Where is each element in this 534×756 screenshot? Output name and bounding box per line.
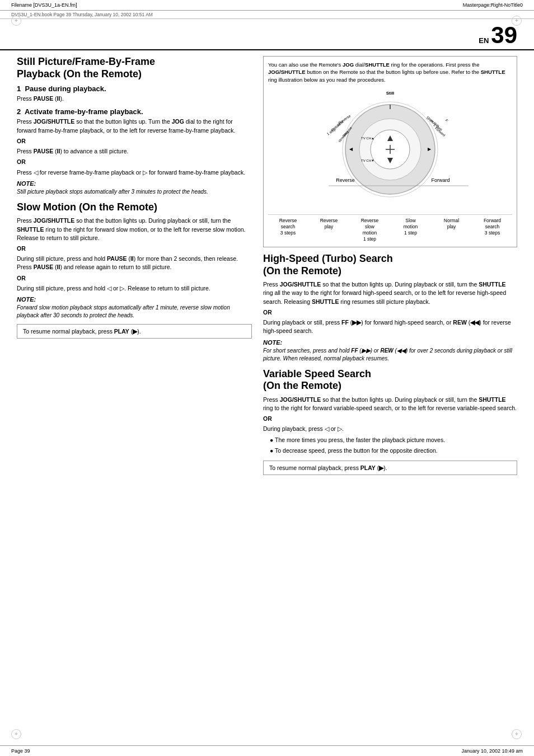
corner-mark-bl: + [11, 729, 22, 740]
label-reverse-search: Reversesearch3 steps [268, 218, 308, 242]
label-reverse-slow-motion: Reverseslowmotion1 step [350, 218, 390, 242]
page-title-area: EN 39 [0, 19, 534, 50]
diagram-box: You can also use the Remote's JOG dial/S… [263, 56, 517, 247]
step1-body: Press PAUSE (II). [17, 95, 252, 103]
corner-mark-tr: + [512, 16, 523, 27]
or-1: OR [17, 137, 252, 145]
svg-text:TV CH▲: TV CH▲ [361, 137, 374, 140]
note3-body: For short searches, press and hold FF (▶… [263, 347, 517, 363]
section4-title: Variable Speed Search(On the Remote) [263, 368, 517, 392]
left-column: Still Picture/Frame-By-FramePlayback (On… [17, 56, 252, 480]
svg-text:Forward: Forward [431, 177, 449, 183]
section-variable-speed: Variable Speed Search(On the Remote) Pre… [263, 368, 517, 476]
step1-title: 1 Pause during playback. [17, 84, 252, 93]
or-2: OR [17, 158, 252, 166]
vs-body1: Press JOG/SHUTTLE so that the button lig… [263, 396, 517, 412]
vs-highlight-box: To resume normal playback, press PLAY (▶… [263, 461, 517, 475]
note2-body: Forward slow motion playback stops autom… [17, 304, 252, 320]
section-still-picture: Still Picture/Frame-By-FramePlayback (On… [17, 56, 252, 196]
shuttle-svg: Still [295, 88, 485, 205]
footer-date: January 10, 2002 10:49 am [461, 748, 523, 754]
label-reverse-play: Reverseplay [309, 218, 349, 242]
vs-bullet1: ● The more times you press, the faster t… [263, 436, 517, 444]
subheader: DVS3U_1-EN.book Page 39 Thursday, Januar… [0, 11, 534, 19]
slow-body2: During still picture, press and hold PAU… [17, 255, 252, 271]
hs-or1: OR [263, 308, 517, 317]
vs-body2: During playback, press ◁ or ▷. [263, 425, 517, 433]
section3-title: High-Speed (Turbo) Search(On the Remote) [263, 253, 517, 277]
section1-title: Still Picture/Frame-By-FramePlayback (On… [17, 56, 252, 80]
svg-text:Still: Still [386, 91, 395, 96]
note1-body: Still picture playback stops automatical… [17, 188, 252, 196]
label-normal-play: Normalplay [432, 218, 471, 242]
svg-text:TV CH▼: TV CH▼ [361, 159, 374, 162]
slow-body1: Press JOG/SHUTTLE so that the button lig… [17, 217, 252, 242]
page-number: 39 [491, 24, 517, 47]
footer-page: Page 39 [11, 748, 30, 754]
vs-or1: OR [263, 415, 517, 423]
corner-mark-tl: + [11, 16, 22, 27]
header-bar: Filename [DVS3U_1a-EN.fm] Masterpage:Rig… [0, 0, 534, 11]
page-container: Filename [DVS3U_1a-EN.fm] Masterpage:Rig… [0, 0, 534, 756]
header-masterpage: Masterpage:Right-NoTitle0 [463, 2, 523, 8]
header-filename: Filename [DVS3U_1a-EN.fm] [11, 2, 77, 8]
label-slow-motion: Slowmotion1 step [391, 218, 430, 242]
note3-title: NOTE: [263, 339, 517, 346]
section-slow-motion: Slow Motion (On the Remote) Press JOG/SH… [17, 201, 252, 339]
diagram-desc: You can also use the Remote's JOG dial/S… [268, 61, 512, 83]
svg-text:◀: ◀ [349, 147, 353, 152]
svg-text:F: F [444, 118, 449, 122]
slow-highlight-box: To resume normal playback, press PLAY (▶… [17, 324, 252, 339]
footer-bar: Page 39 January 10, 2002 10:49 am [0, 745, 534, 756]
step2-title: 2 Activate frame-by-frame playback. [17, 107, 252, 116]
right-column: You can also use the Remote's JOG dial/S… [263, 56, 517, 480]
diagram-bottom-labels: Reversesearch3 steps Reverseplay Reverse… [268, 214, 512, 242]
section-high-speed: High-Speed (Turbo) Search(On the Remote)… [263, 253, 517, 363]
step2-alt1: Press PAUSE (II) to advance a still pict… [17, 147, 252, 156]
main-content: Still Picture/Frame-By-FramePlayback (On… [0, 50, 534, 485]
step2-body: Press JOG/SHUTTLE so that the button lig… [17, 118, 252, 134]
step2-alt2: Press ◁ for reverse frame-by-frame playb… [17, 168, 252, 177]
svg-text:Reverse: Reverse [336, 177, 355, 183]
hs-body2: During playback or still, press FF (▶▶) … [263, 318, 517, 335]
hs-body1: Press JOG/SHUTTLE so that the button lig… [263, 280, 517, 306]
note1-title: NOTE: [17, 180, 252, 187]
slow-or1: OR [17, 245, 252, 253]
vs-bullet2: ● To decrease speed, press the button fo… [263, 447, 517, 455]
en-label: EN [479, 36, 489, 45]
note2-title: NOTE: [17, 296, 252, 303]
corner-mark-br: + [512, 729, 523, 740]
label-forward-search: Forwardsearch3 steps [472, 218, 512, 242]
shuttle-diagram: Still [268, 88, 512, 211]
slow-or2: OR [17, 274, 252, 283]
slow-body3: During still picture, press and hold ◁ o… [17, 284, 252, 293]
svg-text:▶: ▶ [428, 147, 432, 152]
section2-title: Slow Motion (On the Remote) [17, 201, 252, 214]
